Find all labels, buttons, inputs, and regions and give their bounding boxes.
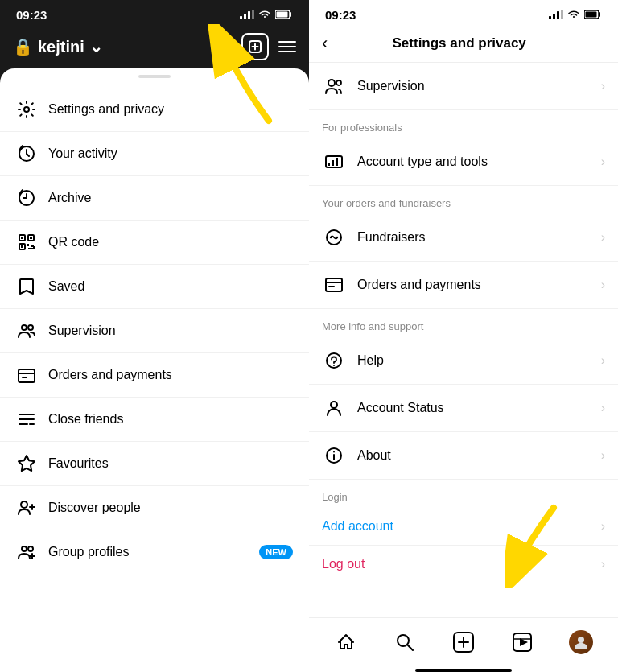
supervision-icon (16, 320, 37, 341)
svg-rect-3 (252, 10, 254, 19)
svg-rect-2 (248, 11, 250, 19)
svg-rect-51 (332, 160, 334, 166)
bottom-nav (309, 617, 618, 666)
section-for-professionals: For professionals (309, 110, 618, 138)
profile-button[interactable] (563, 625, 599, 660)
svg-rect-42 (553, 14, 555, 19)
svg-rect-43 (557, 11, 559, 19)
svg-point-55 (336, 237, 338, 238)
menu-item-discover[interactable]: Discover people (0, 486, 309, 530)
home-indicator (415, 669, 512, 672)
archive-icon (16, 188, 37, 208)
settings-label: Settings and privacy (48, 102, 293, 117)
sheet-handle (138, 75, 171, 78)
add-account-chevron: › (601, 519, 605, 534)
fundraisers-label: Fundraisers (357, 230, 590, 245)
svg-point-9 (24, 107, 29, 112)
svg-point-73 (578, 637, 584, 643)
svg-point-33 (21, 501, 27, 508)
profile-avatar (569, 630, 593, 654)
log-out-item[interactable]: Log out › (309, 546, 618, 583)
svg-line-66 (408, 645, 413, 650)
new-post-button[interactable] (241, 33, 269, 60)
username-label: kejtini (38, 38, 84, 56)
left-status-icons (240, 8, 293, 22)
search-button[interactable] (387, 625, 422, 660)
svg-rect-0 (240, 16, 242, 19)
wifi-icon (258, 8, 271, 22)
account-status-label: Account Status (357, 401, 590, 415)
activity-icon (16, 143, 37, 164)
svg-point-65 (398, 635, 409, 646)
supervision-row[interactable]: Supervision › (309, 63, 618, 110)
close-friends-label: Close friends (48, 412, 293, 427)
hamburger-menu-button[interactable] (278, 41, 296, 52)
svg-rect-46 (586, 12, 597, 18)
fundraisers-chevron: › (601, 230, 605, 245)
svg-rect-41 (549, 16, 551, 19)
about-item[interactable]: About › (309, 432, 618, 480)
menu-item-favourites[interactable]: Favourites (0, 442, 309, 486)
reels-button[interactable] (505, 625, 540, 660)
supervision-settings-label: Supervision (357, 79, 590, 93)
qr-icon (16, 232, 37, 253)
svg-rect-1 (244, 14, 246, 19)
discover-icon (16, 497, 37, 518)
svg-point-23 (22, 325, 27, 330)
about-label: About (357, 448, 590, 463)
left-sheet: Settings and privacy Your activity Archi… (0, 68, 309, 672)
signal-icon (240, 8, 254, 22)
orders-icon (16, 365, 37, 385)
svg-point-37 (28, 546, 33, 551)
right-content: Supervision › For professionals Account … (309, 63, 618, 617)
add-post-button[interactable] (446, 625, 481, 660)
menu-item-close-friends[interactable]: Close friends (0, 398, 309, 442)
svg-rect-44 (561, 10, 563, 19)
profile-name[interactable]: 🔒 kejtini ⌄ (13, 37, 103, 56)
svg-rect-17 (21, 245, 23, 248)
account-status-icon (322, 396, 346, 420)
svg-point-63 (333, 451, 335, 453)
svg-rect-16 (30, 237, 32, 239)
left-panel: 09:23 🔒 kejtini ⌄ (0, 0, 309, 672)
right-status-icons (549, 8, 602, 22)
svg-point-24 (28, 325, 33, 330)
account-type-chevron: › (601, 155, 605, 169)
lock-icon: 🔒 (13, 37, 33, 56)
account-type-label: Account type and tools (357, 155, 590, 169)
svg-rect-50 (328, 163, 330, 166)
svg-rect-15 (21, 237, 23, 239)
menu-item-saved[interactable]: Saved (0, 265, 309, 309)
fundraisers-icon (322, 225, 346, 249)
menu-item-orders[interactable]: Orders and payments (0, 353, 309, 398)
back-button[interactable]: ‹ (322, 33, 328, 54)
home-button[interactable] (328, 625, 364, 660)
menu-item-qr[interactable]: QR code (0, 221, 309, 265)
orders-payments-chevron: › (601, 278, 605, 292)
menu-item-activity[interactable]: Your activity (0, 132, 309, 176)
add-account-label: Add account (322, 519, 590, 534)
menu-item-archive[interactable]: Archive (0, 176, 309, 221)
svg-point-54 (330, 237, 332, 238)
section-more-info: More info and support (309, 309, 618, 337)
section-your-orders: Your orders and fundraisers (309, 186, 618, 214)
menu-item-group[interactable]: Group profiles NEW (0, 530, 309, 574)
supervision-label: Supervision (48, 324, 293, 338)
account-status-chevron: › (601, 401, 605, 415)
orders-payments-label: Orders and payments (357, 278, 590, 292)
header-actions (241, 33, 296, 60)
menu-item-settings[interactable]: Settings and privacy (0, 88, 309, 132)
menu-item-supervision[interactable]: Supervision (0, 309, 309, 353)
fundraisers-item[interactable]: Fundraisers › (309, 214, 618, 262)
right-time: 09:23 (325, 8, 356, 22)
svg-rect-56 (326, 278, 342, 291)
account-type-item[interactable]: Account type and tools › (309, 138, 618, 186)
help-item[interactable]: Help › (309, 337, 618, 385)
add-account-item[interactable]: Add account › (309, 508, 618, 546)
battery-icon (275, 8, 293, 22)
help-label: Help (357, 353, 590, 368)
orders-payments-item[interactable]: Orders and payments › (309, 262, 618, 309)
group-label: Group profiles (48, 545, 248, 559)
svg-point-61 (331, 402, 337, 408)
account-status-item[interactable]: Account Status › (309, 385, 618, 432)
